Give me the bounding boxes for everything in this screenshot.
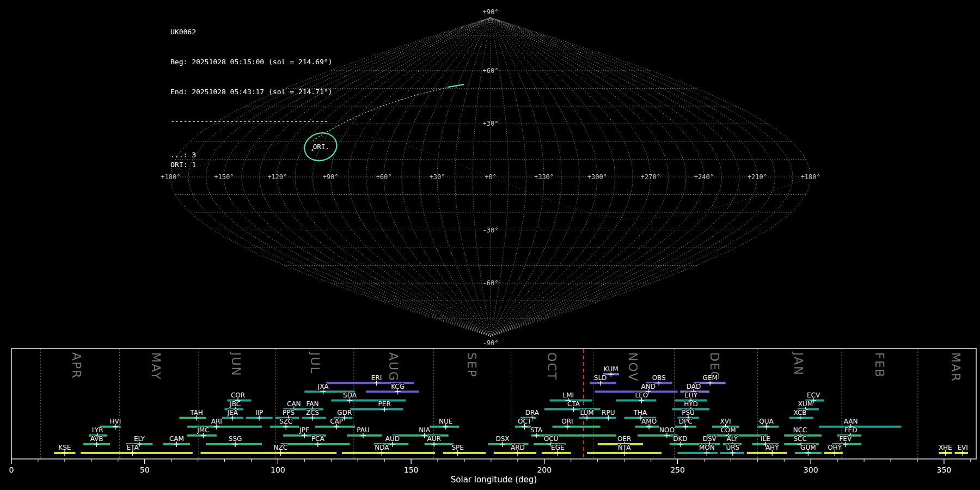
shower-label-HVI: HVI bbox=[110, 418, 121, 425]
shower-label-AVB: AVB bbox=[90, 435, 103, 443]
shower-label-QUA: QUA bbox=[759, 418, 774, 425]
shower-label-JEA: JEA bbox=[227, 409, 238, 416]
month-label-NOV: NOV bbox=[626, 352, 640, 382]
month-label-APR: APR bbox=[70, 352, 83, 379]
shower-label-KCG: KCG bbox=[391, 383, 405, 390]
shower-label-SSG: SSG bbox=[229, 435, 242, 443]
x-axis-title: Solar longitude (deg) bbox=[451, 475, 537, 485]
map-lon-label: +180° bbox=[801, 173, 820, 181]
shower-label-EHY: EHY bbox=[684, 391, 698, 399]
shower-bar-PER bbox=[350, 408, 403, 411]
shower-label-SDA: SDA bbox=[343, 391, 357, 399]
shower-label-CAN: CAN bbox=[287, 400, 301, 408]
shower-label-DPC: DPC bbox=[679, 418, 693, 425]
shower-label-OCU: OCU bbox=[544, 435, 559, 443]
drift-arc-tip bbox=[448, 84, 464, 87]
shower-label-GUM: GUM bbox=[800, 444, 816, 451]
shower-label-DKD: DKD bbox=[673, 435, 687, 443]
shower-bar-KCG bbox=[366, 390, 419, 393]
x-tick-label: 350 bbox=[937, 465, 952, 474]
shower-label-DSV: DSV bbox=[703, 435, 717, 443]
shower-label-JMC: JMC bbox=[197, 426, 209, 434]
map-lon-label: +240° bbox=[694, 173, 714, 181]
shower-label-OBS: OBS bbox=[652, 374, 666, 382]
shower-label-HYD: HYD bbox=[684, 400, 698, 408]
map-grid-line bbox=[491, 17, 757, 336]
map-lon-label: +270° bbox=[641, 173, 660, 181]
shower-bar-AUR bbox=[425, 443, 454, 445]
shower-label-DAD: DAD bbox=[687, 383, 701, 390]
month-label-JUN: JUN bbox=[229, 351, 243, 377]
shower-label-AHY: AHY bbox=[765, 444, 779, 451]
shower-label-NTA: NTA bbox=[618, 444, 631, 451]
shower-label-EVI: EVI bbox=[958, 444, 968, 451]
activity-timeline: APRMAYJUNJULAUGSEPOCTNOVDECJANFEBMARKUME… bbox=[9, 348, 976, 485]
shower-label-ORI: ORI bbox=[561, 418, 573, 425]
shower-label-NIA: NIA bbox=[419, 426, 431, 434]
station-info: UK0062 Beg: 20251028 05:15:00 (sol = 214… bbox=[170, 8, 332, 189]
shower-label-AUR: AUR bbox=[427, 435, 441, 443]
map-lon-label: +210° bbox=[748, 173, 767, 181]
radiants-plot: +180°+150°+120°+90°+60°+30°+0°+330°+300°… bbox=[0, 0, 980, 490]
shower-label-OER: OER bbox=[617, 435, 631, 443]
shower-label-STA: STA bbox=[530, 426, 543, 434]
map-lon-label: +330° bbox=[534, 173, 554, 181]
x-tick-label: 300 bbox=[804, 465, 818, 474]
month-label-MAR: MAR bbox=[949, 352, 963, 382]
shower-label-CAP: CAP bbox=[330, 418, 343, 425]
radiants-screen: UK0062 Beg: 20251028 05:15:00 (sol = 214… bbox=[0, 0, 980, 490]
shower-label-OCT: OCT bbox=[518, 418, 532, 425]
shower-label-LUM: LUM bbox=[580, 409, 593, 416]
month-label-JUL: JUL bbox=[308, 351, 322, 375]
shower-label-DSX: DSX bbox=[495, 435, 509, 443]
shower-label-FEV: FEV bbox=[839, 435, 852, 443]
shower-label-MON: MON bbox=[699, 444, 715, 451]
x-tick-label: 50 bbox=[140, 465, 150, 474]
shower-label-AAN: AAN bbox=[844, 418, 858, 425]
shower-bar-SPE bbox=[443, 452, 486, 454]
shower-bar-ETA bbox=[81, 452, 193, 454]
shower-label-PER: PER bbox=[378, 400, 391, 408]
shower-label-PPS: PPS bbox=[283, 409, 295, 416]
shower-label-IIP: IIP bbox=[255, 409, 263, 416]
shower-bar-AHY bbox=[747, 452, 787, 454]
shower-label-XCB: XCB bbox=[794, 409, 807, 416]
map-lon-label: +0° bbox=[485, 173, 497, 181]
shower-bar-TAH bbox=[179, 417, 206, 419]
shower-label-CAM: CAM bbox=[169, 435, 184, 443]
x-tick-label: 150 bbox=[404, 465, 419, 474]
map-lon-label: +60° bbox=[376, 173, 392, 181]
shower-label-NUE: NUE bbox=[439, 418, 452, 425]
shower-label-PAU: PAU bbox=[357, 426, 369, 434]
shower-label-COM: COM bbox=[720, 426, 736, 434]
shower-label-ILE: ILE bbox=[761, 435, 770, 443]
shower-label-ARD: ARD bbox=[511, 444, 525, 451]
shower-label-ZCS: ZCS bbox=[306, 409, 319, 416]
station-id: UK0062 bbox=[170, 27, 332, 37]
shower-label-FED: FED bbox=[844, 426, 857, 434]
shower-label-AMO: AMO bbox=[641, 418, 657, 425]
shower-label-ARI: ARI bbox=[211, 418, 222, 425]
map-lon-label: +30° bbox=[430, 173, 445, 181]
shower-label-JBC: JBC bbox=[229, 400, 241, 408]
shower-bar-AAN bbox=[819, 426, 902, 428]
map-lat-label: -90° bbox=[483, 339, 499, 347]
shower-label-NDA: NDA bbox=[375, 444, 389, 451]
shower-label-CTA: CTA bbox=[567, 400, 580, 408]
station-counts: ...: 3ORI: 1 bbox=[170, 150, 332, 170]
shower-label-TAH: TAH bbox=[189, 409, 203, 416]
shower-bar-ORI bbox=[553, 426, 601, 428]
shower-label-THA: THA bbox=[633, 409, 647, 416]
shower-bar-SDA bbox=[331, 400, 406, 402]
shower-label-NZC: NZC bbox=[274, 444, 288, 451]
shower-bar-NZC bbox=[201, 452, 337, 454]
shower-label-JXA: JXA bbox=[317, 383, 329, 390]
shower-label-LEO: LEO bbox=[635, 391, 648, 399]
shower-label-AUD: AUD bbox=[385, 435, 400, 443]
separator-line: ------------------------------------- bbox=[170, 117, 332, 126]
shower-label-FAN: FAN bbox=[307, 400, 319, 408]
shower-label-ELY: ELY bbox=[134, 435, 145, 443]
month-label-FEB: FEB bbox=[873, 352, 886, 378]
shower-label-GDR: GDR bbox=[337, 409, 352, 416]
count-line-ORI: ORI: 1 bbox=[170, 160, 332, 170]
